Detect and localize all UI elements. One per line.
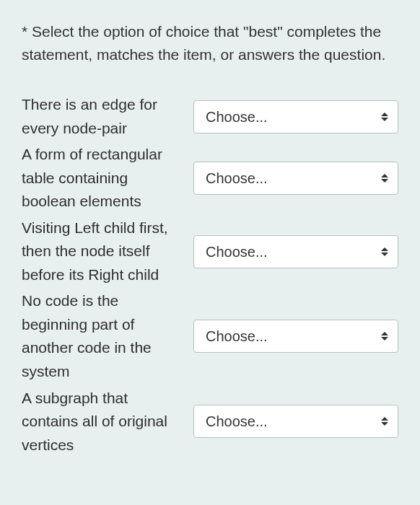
- match-row: A form of rectangular table containing b…: [22, 143, 398, 214]
- select-wrap: Choose...: [193, 162, 398, 195]
- match-row: There is an edge for every node-pair Cho…: [22, 93, 398, 140]
- prompt-text: A subgraph that contains all of original…: [22, 387, 182, 457]
- answer-select[interactable]: Choose...: [193, 162, 398, 195]
- select-wrap: Choose...: [193, 100, 398, 133]
- answer-select[interactable]: Choose...: [193, 235, 398, 268]
- answer-select[interactable]: Choose...: [193, 405, 398, 438]
- instruction-text: * Select the option of choice that "best…: [22, 20, 398, 66]
- select-wrap: Choose...: [193, 405, 398, 438]
- matching-rows: There is an edge for every node-pair Cho…: [22, 93, 398, 460]
- prompt-text: A form of rectangular table containing b…: [22, 143, 182, 214]
- answer-select[interactable]: Choose...: [193, 320, 398, 353]
- prompt-text: There is an edge for every node-pair: [22, 93, 182, 140]
- match-row: No code is the beginning part of another…: [22, 289, 398, 383]
- prompt-text: No code is the beginning part of another…: [22, 289, 182, 383]
- select-wrap: Choose...: [193, 320, 398, 353]
- prompt-text: Visiting Left child first, then the node…: [22, 216, 182, 287]
- match-row: A subgraph that contains all of original…: [22, 387, 398, 457]
- answer-select[interactable]: Choose...: [193, 100, 398, 133]
- match-row: Visiting Left child first, then the node…: [22, 216, 398, 287]
- select-wrap: Choose...: [193, 235, 398, 268]
